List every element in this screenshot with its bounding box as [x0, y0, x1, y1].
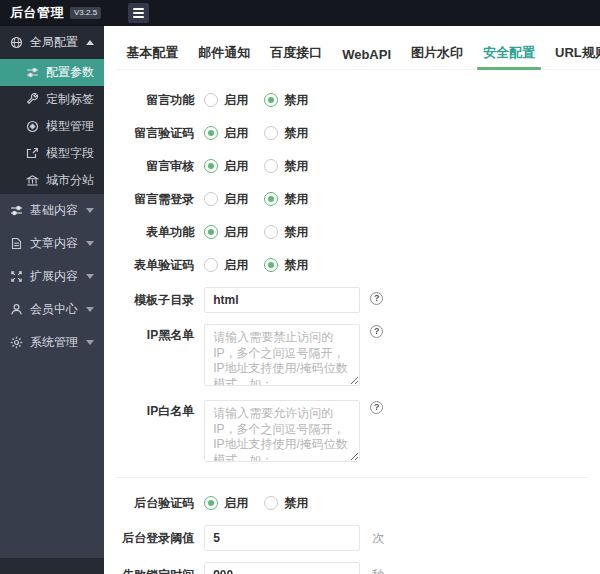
radio-disable[interactable]: 禁用 — [264, 92, 308, 109]
radio-label: 禁用 — [284, 191, 308, 208]
form-row-form-captcha: 表单验证码 启用 禁用 — [116, 254, 600, 276]
tab-baidu-api[interactable]: 百度接口 — [260, 40, 332, 69]
main-content: 基本配置 邮件通知 百度接口 WebAPI 图片水印 安全配置 URL规则 标题… — [104, 26, 600, 574]
template-dir-input[interactable] — [204, 287, 360, 313]
document-icon — [10, 237, 23, 250]
sidebar-item-label: 模型字段 — [46, 145, 94, 162]
tab-security-config[interactable]: 安全配置 — [473, 40, 545, 69]
tab-webapi[interactable]: WebAPI — [332, 43, 401, 69]
field-label: 留言功能 — [116, 89, 194, 111]
chevron-down-icon — [86, 241, 94, 246]
security-config-form: 留言功能 启用 禁用 留言验证码 启用 禁用 留言审核 启用 禁用 — [104, 70, 600, 574]
hamburger-menu-icon[interactable] — [128, 3, 149, 23]
radio-enable[interactable]: 启用 — [204, 191, 248, 208]
help-icon[interactable]: ? — [370, 401, 383, 414]
app-title: 后台管理 — [10, 4, 64, 22]
sidebar-item-custom-tags[interactable]: 定制标签 — [0, 86, 104, 113]
radio-label: 启用 — [224, 257, 248, 274]
radio-label: 启用 — [224, 191, 248, 208]
radio-enable[interactable]: 启用 — [204, 158, 248, 175]
field-label: 表单验证码 — [116, 254, 194, 276]
sidebar-item-basic-content[interactable]: 基础内容 — [0, 194, 104, 227]
sidebar-item-extended-content[interactable]: 扩展内容 — [0, 260, 104, 293]
field-label: 后台登录阈值 — [116, 527, 194, 549]
form-row-form-function: 表单功能 启用 禁用 — [116, 221, 600, 243]
field-label: 失败锁定时间 — [116, 564, 194, 574]
ip-whitelist-textarea[interactable] — [204, 400, 360, 462]
form-row-template-dir: 模板子目录 ? — [116, 287, 600, 313]
globe-icon — [10, 36, 23, 49]
chevron-down-icon — [86, 274, 94, 279]
radio-disable[interactable]: 禁用 — [264, 495, 308, 512]
radio-disable[interactable]: 禁用 — [264, 191, 308, 208]
sidebar-item-config-params[interactable]: 配置参数 — [0, 59, 104, 86]
chevron-down-icon — [86, 340, 94, 345]
help-icon[interactable]: ? — [370, 325, 383, 338]
field-label: 留言验证码 — [116, 122, 194, 144]
sidebar-item-label: 定制标签 — [46, 91, 94, 108]
radio-disable[interactable]: 禁用 — [264, 158, 308, 175]
radio-label: 启用 — [224, 495, 248, 512]
tab-basic-config[interactable]: 基本配置 — [116, 40, 188, 69]
bank-icon — [26, 174, 39, 187]
brand: 后台管理 V3.2.5 — [0, 4, 101, 22]
radio-label: 禁用 — [284, 224, 308, 241]
sidebar-item-label: 城市分站 — [46, 172, 94, 189]
chevron-down-icon — [86, 307, 94, 312]
sidebar-item-global-config[interactable]: 全局配置 — [0, 26, 104, 59]
form-row-message-captcha: 留言验证码 启用 禁用 — [116, 122, 600, 144]
sidebar-item-member-center[interactable]: 会员中心 — [0, 293, 104, 326]
sidebar-item-city-sites[interactable]: 城市分站 — [0, 167, 104, 194]
list-icon — [10, 204, 23, 217]
radio-enable[interactable]: 启用 — [204, 125, 248, 142]
sidebar: 全局配置 配置参数 定制标签 模型管理 模型字段 城市分站 — [0, 26, 104, 574]
radio-label: 启用 — [224, 158, 248, 175]
radio-disable[interactable]: 禁用 — [264, 224, 308, 241]
field-label: IP黑名单 — [116, 324, 194, 346]
sidebar-item-system-manage[interactable]: 系统管理 — [0, 326, 104, 359]
lock-time-input[interactable] — [204, 562, 360, 574]
tab-mail-notify[interactable]: 邮件通知 — [188, 40, 260, 69]
sidebar-item-label: 全局配置 — [30, 34, 82, 51]
radio-label: 禁用 — [284, 495, 308, 512]
tab-url-rules[interactable]: URL规则 — [545, 40, 600, 69]
login-threshold-input[interactable] — [204, 525, 360, 551]
sidebar-item-article-content[interactable]: 文章内容 — [0, 227, 104, 260]
top-bar: 后台管理 V3.2.5 — [0, 0, 600, 26]
sidebar-item-label: 系统管理 — [30, 334, 82, 351]
form-row-ip-whitelist: IP白名单 ? — [116, 400, 600, 465]
wrench-icon — [26, 93, 39, 106]
expand-icon — [10, 270, 23, 283]
sidebar-item-label: 基础内容 — [30, 202, 82, 219]
radio-label: 禁用 — [284, 92, 308, 109]
chevron-up-icon — [86, 40, 94, 45]
section-divider — [116, 477, 588, 478]
sliders-icon — [26, 66, 39, 79]
form-row-ip-blacklist: IP黑名单 ? — [116, 324, 600, 389]
form-row-lock-time: 失败锁定时间 秒 — [116, 562, 600, 574]
radio-enable[interactable]: 启用 — [204, 495, 248, 512]
radio-label: 禁用 — [284, 257, 308, 274]
ip-blacklist-textarea[interactable] — [204, 324, 360, 386]
radio-label: 禁用 — [284, 125, 308, 142]
tab-image-watermark[interactable]: 图片水印 — [401, 40, 473, 69]
user-icon — [10, 303, 23, 316]
sidebar-item-model-fields[interactable]: 模型字段 — [0, 140, 104, 167]
help-icon[interactable]: ? — [370, 292, 383, 305]
radio-label: 禁用 — [284, 158, 308, 175]
radio-label: 启用 — [224, 224, 248, 241]
radio-enable[interactable]: 启用 — [204, 257, 248, 274]
unit-label: 秒 — [372, 567, 384, 574]
version-badge: V3.2.5 — [70, 7, 101, 19]
sidebar-footer — [0, 558, 104, 574]
radio-enable[interactable]: 启用 — [204, 224, 248, 241]
sidebar-item-model-manage[interactable]: 模型管理 — [0, 113, 104, 140]
radio-disable[interactable]: 禁用 — [264, 257, 308, 274]
form-row-admin-captcha: 后台验证码 启用 禁用 — [116, 492, 600, 514]
field-label: 留言审核 — [116, 155, 194, 177]
field-label: 模板子目录 — [116, 289, 194, 311]
radio-disable[interactable]: 禁用 — [264, 125, 308, 142]
field-label: 表单功能 — [116, 221, 194, 243]
radio-enable[interactable]: 启用 — [204, 92, 248, 109]
form-row-message-function: 留言功能 启用 禁用 — [116, 89, 600, 111]
